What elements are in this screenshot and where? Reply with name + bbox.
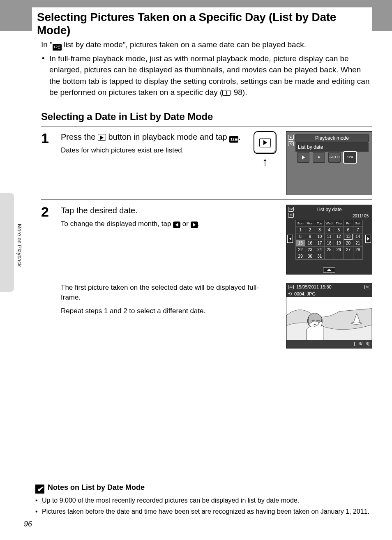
calendar-grid: SunMonTueWedThuFriSat 1234567 8910111213… [295, 220, 363, 260]
title-banner: Selecting Pictures Taken on a Specific D… [0, 0, 392, 31]
intro-bullet: In full-frame playback mode, just as wit… [41, 53, 372, 98]
size-icon: M [364, 285, 370, 289]
page-number: 96 [24, 520, 32, 528]
note-item: Up to 9,000 of the most recently recorde… [35, 496, 372, 505]
calendar-month: 2011/ 05 [286, 213, 372, 220]
screen-title: Playback mode [295, 134, 369, 143]
back-icon: ⟲ [288, 141, 294, 146]
result-text-1: The first picture taken on the selected … [61, 283, 278, 303]
step-number: 1 [41, 131, 56, 145]
screen-photo-preview: 12 15/05/2011 15:30 M ⟲ 0004. JPG ★ [286, 283, 372, 348]
playback-button-figure: ↑ [250, 131, 280, 168]
calendar-icon: 12 [53, 44, 62, 51]
arrow-up-icon: ↑ [262, 156, 268, 168]
calendar-icon: 12 [229, 136, 238, 143]
step-number: 2 [41, 205, 56, 219]
battery-icon: [ [354, 341, 355, 347]
mode-star: ★ [313, 152, 325, 163]
side-tab [0, 193, 14, 292]
step-2: 2 Tap the desired date. To change the di… [41, 205, 372, 275]
play-icon: ▸ [288, 135, 294, 140]
mode-play [297, 152, 309, 163]
check-icon: ✔ [35, 485, 44, 494]
counter-current: 4/ [359, 341, 362, 347]
screen-calendar: 12 ⟲ List by date 2011/ 05 SunMonTueWedT… [286, 205, 372, 275]
month-prev [287, 235, 293, 243]
page-title: Selecting Pictures Taken on a Specific D… [32, 7, 372, 39]
section-label: More on Playback [16, 224, 23, 267]
step-2-heading: Tap the desired date. [61, 205, 281, 217]
calendar-icon: 12 [288, 207, 294, 212]
back-icon: ⟲ [288, 213, 294, 218]
photo-filename: 0004. JPG [294, 291, 316, 298]
step-1-heading: Press the button in playback mode and ta… [61, 131, 245, 143]
step-1: 1 Press the button in playback mode and … [41, 131, 372, 195]
subheading: Selecting a Date in List by Date Mode [41, 110, 372, 124]
note-item: Pictures taken before the date and time … [35, 507, 372, 516]
notes-section: ✔Notes on List by Date Mode Up to 9,000 … [35, 483, 372, 518]
result-text-2: Repeat steps 1 and 2 to select a differe… [61, 306, 278, 316]
screen-playback-mode: ▸ ⟲ Playback mode List by date ★ AUTO 12… [286, 131, 372, 195]
calendar-icon: 12 [288, 285, 294, 289]
notes-title: Notes on List by Date Mode [48, 483, 145, 492]
screen-subtitle: List by date [295, 143, 369, 152]
arrow-left-icon [173, 222, 180, 228]
intro-text: In "12 list by date mode", pictures take… [41, 39, 372, 51]
month-next [365, 235, 371, 243]
play-icon [98, 134, 106, 141]
step-1-sub: Dates for which pictures exist are liste… [61, 145, 245, 156]
counter-total: 4] [366, 341, 369, 347]
arrow-right-icon [191, 222, 198, 228]
photo-datetime: 15/05/2011 15:30 [296, 284, 332, 291]
mode-list-by-date: 12≡ [344, 152, 356, 163]
step-2-sub: To change the displayed month, tap or . [61, 219, 281, 229]
mode-auto: AUTO [328, 152, 341, 163]
back-icon: ⟲ [288, 291, 292, 298]
calendar-title: List by date [286, 205, 372, 213]
photo-illustration [286, 297, 372, 342]
manual-icon [222, 90, 231, 96]
expand-icon [323, 268, 335, 272]
